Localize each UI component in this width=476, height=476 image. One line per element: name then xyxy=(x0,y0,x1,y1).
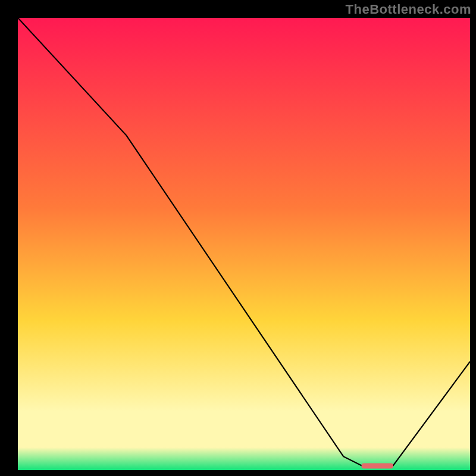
gradient-background xyxy=(18,18,470,470)
plot-area xyxy=(18,18,470,470)
watermark-text: TheBottleneck.com xyxy=(346,2,471,17)
plot-svg xyxy=(18,18,470,470)
optimal-marker xyxy=(362,463,393,468)
chart-frame: TheBottleneck.com xyxy=(0,0,476,476)
